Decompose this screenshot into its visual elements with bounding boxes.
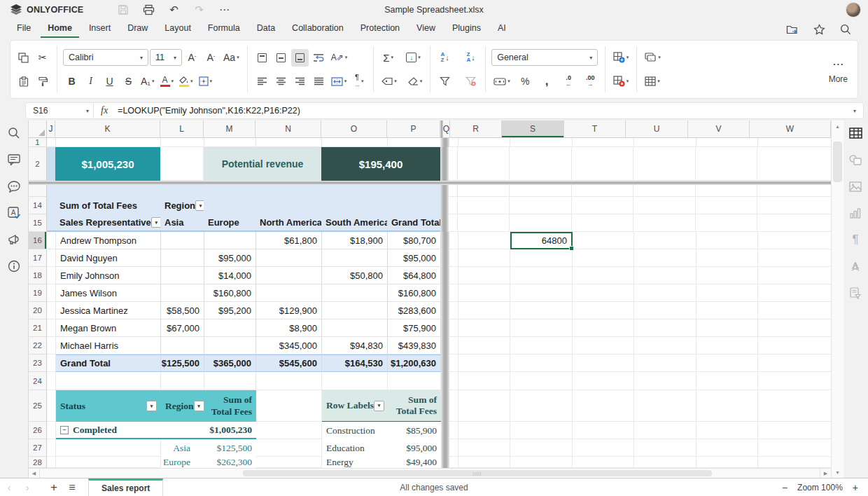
cell-J20[interactable]: [47, 302, 56, 319]
cell-P[interactable]: [387, 185, 440, 197]
row-header-27[interactable]: 27: [29, 439, 47, 457]
cell-T14[interactable]: [572, 197, 634, 214]
accounting-style-button[interactable]: ▾: [491, 73, 512, 90]
cell-SP25[interactable]: [441, 390, 449, 422]
cell-M25[interactable]: Sum of Total Fees: [204, 390, 256, 422]
cell-O[interactable]: [321, 185, 387, 197]
cell-L19[interactable]: [161, 284, 204, 302]
cell-W27[interactable]: [758, 439, 831, 457]
cell-M2[interactable]: Potential revenue: [204, 147, 321, 181]
cell-U27[interactable]: [634, 439, 696, 457]
cell-P22[interactable]: $439,830: [388, 337, 441, 354]
cell-R28[interactable]: [458, 457, 510, 468]
row-header-26[interactable]: 26: [29, 422, 47, 439]
cell-L20[interactable]: $58,500: [161, 302, 204, 319]
collapse-button[interactable]: −: [60, 426, 69, 434]
filter-button[interactable]: ▾: [374, 401, 384, 411]
scroll-right-icon[interactable]: ▶: [820, 469, 831, 478]
cell-S25[interactable]: [510, 390, 573, 422]
clear-filter-button[interactable]: [462, 73, 479, 90]
cell-SP19[interactable]: [441, 284, 449, 302]
decrease-font-button[interactable]: Aˇ: [202, 49, 220, 67]
cell-W14[interactable]: [757, 197, 831, 214]
cut-button[interactable]: ✂: [34, 49, 51, 67]
spellcheck-panel-icon[interactable]: A: [6, 205, 22, 221]
cell-S26[interactable]: [510, 422, 573, 439]
cell-M16[interactable]: [204, 232, 256, 249]
cell-N26[interactable]: [256, 422, 322, 439]
justify-button[interactable]: [310, 73, 328, 90]
cell-W[interactable]: [757, 185, 831, 197]
column-header-V[interactable]: V: [688, 120, 750, 138]
cell-P28[interactable]: $49,400: [388, 457, 441, 468]
cell-U[interactable]: [634, 185, 696, 197]
cell-J21[interactable]: [47, 319, 56, 337]
cell-L14[interactable]: Region▾: [160, 197, 204, 214]
cell-N16[interactable]: $61,800: [256, 232, 322, 249]
name-box[interactable]: S16▾: [26, 106, 93, 116]
cell-L17[interactable]: [161, 249, 204, 267]
cell-SP21[interactable]: [441, 319, 449, 337]
cell-T24[interactable]: [573, 372, 634, 390]
cell-Q1[interactable]: [449, 138, 458, 147]
cell-S28[interactable]: [510, 457, 573, 468]
cell-P18[interactable]: $64,800: [388, 267, 441, 284]
cell-P17[interactable]: $95,000: [388, 249, 441, 267]
cell-J25[interactable]: [47, 390, 56, 422]
cell-Q22[interactable]: [449, 337, 458, 354]
filter-button[interactable]: ▾: [146, 401, 157, 411]
scroll-up-icon[interactable]: ▲: [832, 120, 844, 132]
cell-V19[interactable]: [696, 284, 758, 302]
paragraph-settings-icon[interactable]: ¶: [847, 231, 864, 248]
cell-W24[interactable]: [758, 372, 831, 390]
cell-U15[interactable]: [634, 214, 696, 232]
cell-U18[interactable]: [634, 267, 696, 284]
cell-SP2[interactable]: [440, 147, 449, 181]
cell-J22[interactable]: [47, 337, 56, 354]
merge-cells-button[interactable]: ▾: [329, 73, 349, 90]
cell-L23[interactable]: $125,500: [161, 354, 204, 372]
cell-T25[interactable]: [573, 390, 634, 422]
cell-K25[interactable]: Status▾: [56, 390, 161, 422]
cell-K27[interactable]: [56, 439, 161, 457]
cell-T16[interactable]: [573, 232, 634, 249]
cell-T2[interactable]: [572, 147, 634, 181]
row-header-23[interactable]: 23: [29, 354, 47, 372]
cell-V26[interactable]: [696, 422, 758, 439]
row-header-16[interactable]: 16: [29, 232, 47, 249]
cell-S[interactable]: [510, 185, 572, 197]
cell-M20[interactable]: $95,200: [204, 302, 256, 319]
cell-O26[interactable]: Construction: [322, 422, 388, 439]
cell-W25[interactable]: [758, 390, 831, 422]
align-top-button[interactable]: [253, 49, 271, 67]
cell-SP[interactable]: [440, 185, 449, 197]
cell-M26[interactable]: $1,005,230: [204, 422, 256, 439]
cell-O1[interactable]: [322, 138, 388, 147]
cell-V28[interactable]: [696, 457, 758, 468]
menu-tab-layout[interactable]: Layout: [158, 20, 198, 38]
cell-N19[interactable]: [256, 284, 322, 302]
cell-W22[interactable]: [758, 337, 831, 354]
cell-R25[interactable]: [458, 390, 510, 422]
menu-tab-ai[interactable]: AI: [491, 20, 513, 38]
cell-SP1[interactable]: [441, 138, 449, 147]
cell-W20[interactable]: [758, 302, 831, 319]
cell-V18[interactable]: [696, 267, 758, 284]
change-case-button[interactable]: Aa▾: [221, 49, 241, 67]
cell-N28[interactable]: [256, 457, 322, 468]
horizontal-scroll-thumb[interactable]: |||||: [243, 470, 712, 476]
fx-icon[interactable]: fx: [94, 105, 115, 116]
cell-U21[interactable]: [634, 319, 696, 337]
user-avatar[interactable]: [846, 2, 861, 18]
more-tools-button[interactable]: ⋯: [830, 55, 847, 73]
cell-R23[interactable]: [458, 354, 510, 372]
cell-S2[interactable]: [510, 147, 572, 181]
cell-L21[interactable]: $67,000: [161, 319, 204, 337]
horizontal-scrollbar[interactable]: ◀ ||||| ▶: [29, 468, 831, 478]
cell-O14[interactable]: [321, 197, 387, 214]
cell-N22[interactable]: $345,000: [256, 337, 322, 354]
font-color-button[interactable]: A ▾: [158, 73, 176, 90]
cell-T27[interactable]: [573, 439, 634, 457]
cell-W21[interactable]: [758, 319, 831, 337]
cell-V25[interactable]: [696, 390, 758, 422]
